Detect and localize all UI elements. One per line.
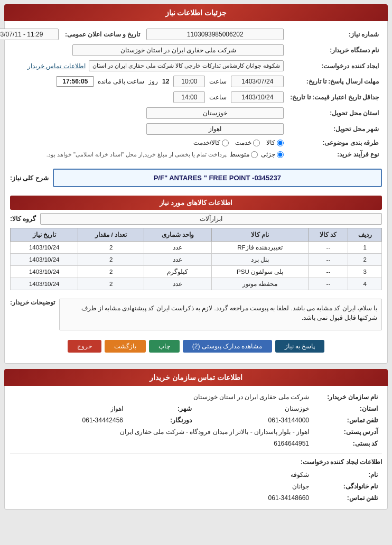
shahr-takhvil-value: اهواز [146, 123, 284, 135]
naam-dastgah-label: نام دستگاه خریدار: [287, 42, 382, 58]
jadaval-time: 14:00 [173, 91, 205, 103]
bazgasht-button[interactable]: بازگشت [105, 340, 146, 353]
khoruj-button[interactable]: خروج [68, 340, 101, 353]
table-body: 1--تغییردهنده فازRFعدد21403/10/242--پنل … [11, 242, 382, 290]
description-label: توضیحات خریدار: [10, 294, 55, 306]
radio-kala-khadamat[interactable]: کالا/خدمت [193, 139, 229, 146]
cell-date: 1403/10/24 [11, 278, 78, 290]
creator-table: نام: شکوفه نام خانوادگی: جوانان تلفن تما… [10, 469, 382, 504]
th-vahed: واحد شماری [144, 228, 212, 242]
contact-ostan-label: استان: [313, 403, 382, 414]
data-table: ردیف کد کالا نام کالا واحد شماری تعداد /… [10, 228, 382, 290]
creator-naam-khaanevadegi-value: جوانان [54, 481, 313, 492]
sharh-kolly-label: شرح کلی نیاز: [10, 174, 49, 182]
cell-radif: 3 [348, 266, 382, 278]
cell-kod: -- [309, 242, 348, 254]
cell-kod: -- [309, 278, 348, 290]
main-section-body: شماره نیاز: 1103093985006202 تاریخ و ساع… [4, 21, 388, 364]
tariqe-label: طرقه بندی موضوعی: [287, 137, 382, 149]
jadaval-saat-label: ساعت [209, 94, 227, 101]
cell-kod: -- [309, 254, 348, 266]
description-text: با سلام، ایران کد مشابه می باشد. لطفا به… [59, 299, 382, 330]
row-naam-dastgah: نام دستگاه خریدار: شرکت ملی حفاری ایران … [0, 42, 382, 58]
cell-kod: -- [309, 266, 348, 278]
table-head: ردیف کد کالا نام کالا واحد شماری تعداد /… [11, 228, 382, 242]
description-row: با سلام، ایران کد مشابه می باشد. لطفا به… [10, 294, 382, 335]
main-section-header: اطلاعات کالاهای مورد نیاز جزئیات اطلاعات… [4, 4, 388, 21]
contact-telefon-value: 061-34144000 [196, 414, 313, 426]
tariikh-label: تاریخ و ساعت اعلان عمومی: [62, 26, 143, 42]
kalaha-section-header: اطلاعات کالاهای مورد نیاز [10, 196, 382, 210]
remaining-label: ساعت باقی مانده [98, 78, 144, 85]
main-title: جزئیات اطلاعات نیاز [165, 8, 227, 17]
tariqe-radio-group: کالا خدمت کالا/خدمت [0, 139, 284, 146]
cell-naam: پنل برد [211, 254, 309, 266]
row-shahr: شهر محل تحویل: اهواز [0, 121, 382, 137]
cell-vahed: عدد [144, 254, 212, 266]
group-kala-label: گروه کالا: [10, 215, 36, 223]
jadaval-date: 1403/10/24 [231, 91, 284, 103]
cell-date: 1403/10/24 [11, 242, 78, 254]
days-label: روز [148, 78, 158, 85]
contact-section-body: نام سازمان خریدار: شرکت ملی حفاری ایران … [4, 386, 388, 510]
contact-kod-posti-value: 6164644951 [196, 438, 313, 449]
table-row: 4--محفظه موتورعدد21403/10/24 [11, 278, 382, 290]
chap-button[interactable]: چاپ [149, 340, 180, 353]
cell-tedad: 2 [78, 254, 144, 266]
creator-section-title: اطلاعات ایجاد کننده درخواست: [10, 458, 382, 466]
mohlat-date: 1403/07/24 [231, 76, 284, 87]
shmare-niaz-value: 1103093985006202 [146, 29, 284, 40]
ostan-takhvil-label: استان محل تحویل: [287, 105, 382, 121]
cell-tedad: 2 [78, 242, 144, 254]
contact-ostan-value: خوزستان [196, 403, 313, 414]
contact-telefon-label: تلفن تماس: [313, 414, 382, 426]
cell-radif: 1 [348, 242, 382, 254]
page-wrapper: اطلاعات کالاهای مورد نیاز جزئیات اطلاعات… [0, 0, 392, 519]
contact-address: آدرس پستی: اهواز - بلوار پاسداران - بالا… [10, 426, 382, 438]
row-ostan: استان محل تحویل: خوزستان [0, 105, 382, 121]
row-ijad-konande: ایجاد کننده درخواست: شکوفه جوانان کارشنا… [0, 58, 382, 73]
cell-radif: 2 [348, 254, 382, 266]
cell-naam: پلی سولفون PSU [211, 266, 309, 278]
cell-date: 1403/10/24 [11, 266, 78, 278]
th-radif: ردیف [348, 228, 382, 242]
contact-kod-posti: کد بستی: 6164644951 [10, 438, 382, 449]
ijad-konande-label: ایجاد کننده درخواست: [287, 58, 382, 73]
contact-dovomkar-label: دورنگار: [127, 414, 196, 426]
moshahedeh-button[interactable]: مشاهده مدارک پیوستی (2) [183, 340, 272, 353]
radio-jozi[interactable]: جزئی [261, 151, 284, 158]
divider [10, 454, 382, 454]
contact-address-label: آدرس پستی: [313, 426, 382, 438]
cell-naam: محفظه موتور [211, 278, 309, 290]
group-kala-value: ابزارآلات [40, 213, 382, 225]
row-jadaval: جداقل تاریخ اعتبار قیمت: تا تاریخ: 1403/… [0, 89, 382, 105]
saat-label: ساعت [209, 78, 227, 85]
contact-shahr-label: شهر: [127, 403, 196, 414]
naam-dastgah-value: شرکت ملی حفاری ایران در استان خوزستان [72, 44, 284, 56]
contact-telefon: تلفن تماس: 061-34144000 دورنگار: 061-344… [10, 414, 382, 426]
cell-vahed: کیلوگرم [144, 266, 212, 278]
table-row: 1--تغییردهنده فازRFعدد21403/10/24 [11, 242, 382, 254]
creator-telefon: تلفن تماس: 061-34148660 [10, 492, 382, 504]
radio-kala[interactable]: کالا [266, 139, 284, 146]
row-shmare-niaz: شماره نیاز: 1103093985006202 تاریخ و ساع… [0, 26, 382, 42]
mohlat-time: 10:00 [173, 76, 205, 87]
table-header-row: ردیف کد کالا نام کالا واحد شماری تعداد /… [11, 228, 382, 242]
creator-naam-value: شکوفه [54, 469, 313, 481]
cell-tedad: 2 [78, 266, 144, 278]
pasakh-button[interactable]: پاسخ به نیاز [275, 340, 325, 353]
row-tariqe: طرقه بندی موضوعی: کالا خدمت [0, 137, 382, 149]
cell-naam: تغییردهنده فازRF [211, 242, 309, 254]
mohlat-label: مهلت ارسال پاسخ: تا تاریخ: [287, 73, 382, 89]
sharh-kolly-row: P/F" ANTARES " FREE POINT -0345237 شرح ک… [10, 164, 382, 191]
radio-motavaset[interactable]: متوسط [230, 151, 258, 158]
contact-buyer-link[interactable]: اطلاعات تماس خریدار [27, 62, 86, 70]
creator-telefon-value: 061-34148660 [54, 492, 313, 504]
creator-telefon-label: تلفن تماس: [313, 492, 382, 504]
radio-khadamat[interactable]: خدمت [235, 139, 260, 146]
row-nooe-faraind: نوع فرآیند خرید: جزئی متوسط پرداخت ت [0, 149, 382, 160]
shmare-niaz-label: شماره نیاز: [287, 26, 382, 42]
ostan-takhvil-value: خوزستان [146, 107, 284, 119]
contact-naam-saazman-label: نام سازمان خریدار: [313, 391, 382, 403]
type-row: جزئی متوسط پرداخت تمام یا بخشی از مبلغ خ… [0, 151, 284, 158]
